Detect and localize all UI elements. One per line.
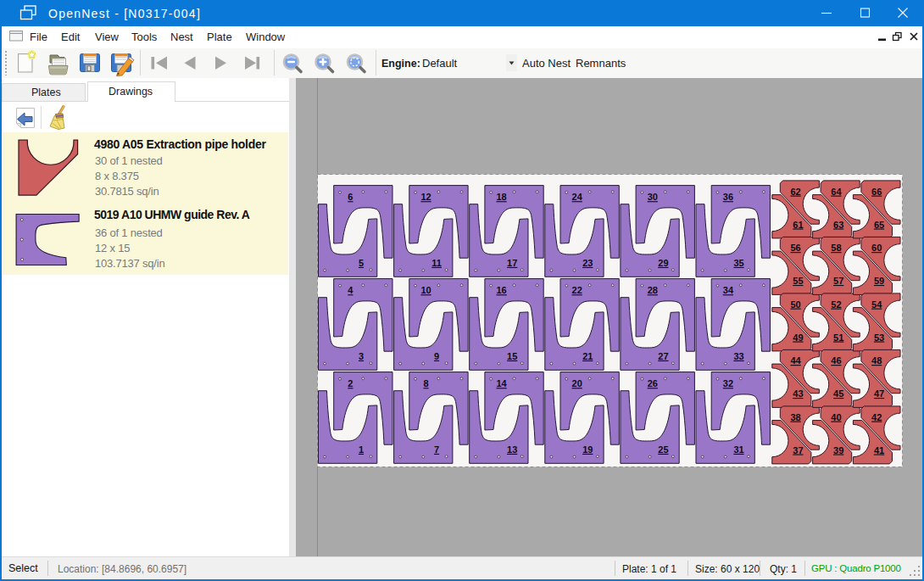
svg-text:56: 56: [790, 243, 800, 253]
svg-text:6: 6: [348, 192, 353, 202]
svg-text:19: 19: [582, 444, 593, 455]
svg-text:14: 14: [496, 378, 507, 388]
svg-text:7: 7: [434, 444, 439, 455]
svg-text:28: 28: [648, 285, 658, 295]
svg-text:21: 21: [582, 351, 593, 361]
svg-text:9: 9: [434, 351, 439, 361]
svg-text:25: 25: [658, 444, 668, 455]
svg-text:60: 60: [871, 243, 882, 253]
svg-text:47: 47: [874, 388, 884, 399]
svg-text:50: 50: [790, 299, 800, 310]
svg-text:12: 12: [420, 192, 431, 202]
svg-text:32: 32: [723, 378, 733, 388]
svg-text:5: 5: [359, 258, 364, 268]
svg-text:8: 8: [423, 378, 428, 388]
svg-text:1: 1: [359, 444, 364, 455]
svg-text:26: 26: [648, 378, 658, 388]
svg-text:31: 31: [733, 444, 743, 455]
svg-text:55: 55: [793, 276, 803, 286]
svg-text:63: 63: [833, 220, 843, 230]
svg-text:64: 64: [831, 187, 842, 197]
svg-text:65: 65: [874, 220, 884, 230]
svg-text:27: 27: [658, 351, 668, 361]
svg-text:15: 15: [507, 351, 517, 361]
svg-text:3: 3: [359, 351, 364, 361]
svg-text:52: 52: [831, 299, 841, 310]
svg-text:43: 43: [793, 388, 803, 399]
svg-text:17: 17: [507, 258, 517, 268]
svg-text:23: 23: [582, 258, 593, 268]
svg-text:66: 66: [871, 187, 882, 197]
svg-text:38: 38: [790, 412, 800, 422]
svg-text:45: 45: [833, 388, 843, 399]
svg-text:41: 41: [874, 445, 884, 455]
svg-text:57: 57: [833, 276, 843, 286]
svg-text:46: 46: [831, 355, 841, 366]
svg-text:18: 18: [496, 192, 506, 202]
svg-text:11: 11: [431, 258, 442, 268]
svg-text:36: 36: [723, 192, 733, 202]
svg-text:35: 35: [733, 258, 743, 268]
svg-text:42: 42: [871, 412, 882, 422]
svg-text:48: 48: [871, 355, 882, 366]
svg-text:62: 62: [790, 187, 800, 197]
svg-text:40: 40: [831, 412, 841, 422]
svg-text:59: 59: [874, 276, 884, 286]
svg-text:51: 51: [833, 332, 843, 343]
svg-text:37: 37: [793, 445, 803, 455]
svg-text:39: 39: [833, 445, 843, 455]
svg-text:4: 4: [348, 285, 353, 295]
svg-text:24: 24: [572, 192, 583, 202]
svg-text:10: 10: [420, 285, 431, 295]
svg-text:53: 53: [874, 332, 884, 343]
svg-text:22: 22: [572, 285, 582, 295]
svg-text:33: 33: [733, 351, 743, 361]
svg-text:29: 29: [658, 258, 668, 268]
svg-text:44: 44: [790, 355, 801, 366]
svg-text:58: 58: [831, 243, 841, 253]
svg-text:30: 30: [648, 192, 658, 202]
svg-text:34: 34: [723, 285, 734, 295]
svg-text:13: 13: [507, 444, 517, 455]
svg-text:16: 16: [496, 285, 506, 295]
svg-text:2: 2: [348, 378, 353, 388]
svg-text:20: 20: [572, 378, 582, 388]
svg-text:61: 61: [793, 220, 803, 230]
svg-text:49: 49: [793, 332, 803, 343]
svg-text:54: 54: [871, 299, 882, 310]
